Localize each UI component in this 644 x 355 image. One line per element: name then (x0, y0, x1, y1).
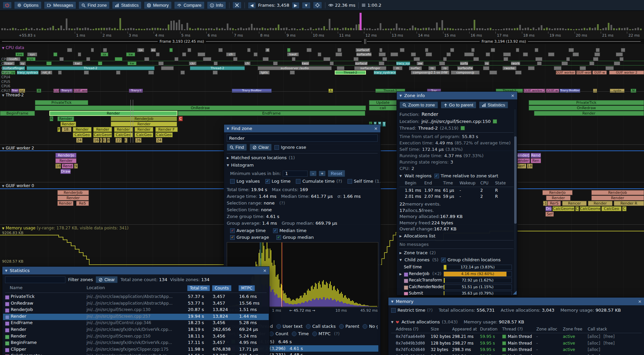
zone-kwoi[interactable]: kwoi (302, 61, 309, 65)
statistics-titlebar[interactable]: ▼ Statistics × (2, 267, 269, 274)
zone[interactable] (535, 57, 542, 61)
zone[interactable] (323, 57, 330, 61)
zone[interactable] (148, 71, 154, 75)
zone-cfr[interactable]: cfr (244, 61, 251, 65)
zone-guif[interactable]: GUIF (53, 89, 59, 93)
zone[interactable] (535, 48, 539, 52)
time-relative-checkbox[interactable]: ✓ (434, 174, 439, 178)
zone[interactable] (390, 52, 398, 56)
zone[interactable] (471, 48, 475, 52)
zone[interactable] (450, 48, 454, 52)
zone-surfacefw[interactable]: surfacefw (457, 66, 473, 70)
zone-privatetick[interactable]: PrivateTick (529, 100, 644, 105)
collapse-icon[interactable]: ▼ (399, 94, 402, 97)
zone-onredraw[interactable]: OnRedraw (35, 105, 366, 110)
zone-calcgeome[interactable]: CalcGeome (552, 206, 574, 211)
frame-overview-strip[interactable] (0, 11, 644, 31)
ignore-case-checkbox[interactable] (274, 145, 279, 150)
median-time-checkbox[interactable]: ✓ (273, 228, 278, 233)
zone[interactable] (115, 57, 122, 61)
zone[interactable] (566, 57, 570, 61)
self-time-checkbox[interactable] (347, 179, 352, 184)
zone-m[interactable]: M (631, 89, 636, 93)
zone[interactable] (411, 52, 416, 56)
memory-column-thread-[interactable]: Thread (?) (502, 327, 523, 331)
call-stack-link[interactable]: [alloc] (588, 341, 600, 346)
zone[interactable] (379, 52, 386, 56)
zone-ren[interactable]: Ren (531, 158, 541, 163)
restrict-time-checkbox[interactable] (391, 308, 396, 313)
memory-column-size[interactable]: Size (431, 327, 439, 331)
resize-grip[interactable] (513, 291, 517, 295)
column-header-location[interactable]: Location (87, 285, 105, 290)
memory-row[interactable]: 0x7dfc42d64032 bytes298.3 ms59.95 sMain … (388, 347, 644, 353)
zone-c[interactable]: C (622, 206, 627, 211)
group-by-parent[interactable] (339, 324, 344, 329)
zone-rworke[interactable]: rworke (502, 66, 517, 70)
zone[interactable] (596, 48, 600, 52)
zone[interactable] (516, 48, 519, 52)
zone[interactable] (218, 48, 223, 52)
zone-kw[interactable]: kw (127, 61, 137, 65)
zone[interactable] (214, 61, 218, 65)
zone-endframe[interactable]: EndFrame (178, 111, 365, 116)
zone[interactable] (144, 57, 149, 61)
zone-syl[interactable]: syl (19, 89, 25, 93)
zone-9[interactable]: 9 (74, 164, 78, 169)
statistics-row[interactable]: Renderjni/../jni/src/claw/gfx/drv/vk/Dri… (3, 327, 269, 333)
zone-guif-w[interactable]: GUIF-w (546, 89, 559, 93)
toolbar-button-memory[interactable]: Memory (144, 1, 172, 9)
zone-renderjob[interactable]: RenderJob (591, 190, 644, 195)
zone[interactable] (247, 48, 251, 52)
zone[interactable] (203, 57, 211, 61)
statistics-row[interactable]: BeginFramejni/../jni/src/claw/gfx/drv/vk… (3, 340, 269, 346)
zone[interactable] (614, 61, 620, 65)
group-median-checkbox[interactable]: ✓ (276, 235, 281, 240)
frame-region[interactable]: Frame 3,193 (22.45 ms) (0, 39, 364, 44)
zone-audioserver-audio[interactable]: audioserver /audio (258, 66, 332, 70)
wait-column-wakeup[interactable]: Wakeup (460, 181, 476, 185)
wait-column-cpu[interactable]: CPU (480, 181, 488, 185)
zone-renderjo[interactable]: RenderJo (55, 153, 76, 158)
zone[interactable] (182, 52, 186, 56)
zone-calcgeo[interactable]: CalcGeo (155, 132, 173, 137)
zone-kwi[interactable]: kwi (73, 61, 83, 65)
zone[interactable] (330, 61, 334, 65)
zone-c[interactable]: C (124, 138, 128, 143)
statistics-row[interactable]: OnRedrawjni/../jni/src/claw/application/… (3, 301, 269, 307)
jump-to-end-button[interactable]: ▼ (302, 2, 311, 9)
zoom-to-zone-button[interactable]: Zoom to zone (399, 101, 438, 108)
call-stack-link[interactable]: [free] (603, 341, 614, 346)
zone[interactable] (537, 61, 541, 65)
zone-render[interactable]: Render (546, 195, 571, 201)
zone-thread-2[interactable]: Thread-2 (26, 66, 155, 70)
zone-c[interactable]: C (103, 138, 106, 143)
zone-thread-2[interactable]: Thread-2 (335, 71, 366, 75)
zone-re5[interactable]: Re5 (76, 201, 89, 206)
zone-kve[interactable]: kve (15, 52, 24, 56)
allocations-list-tree[interactable]: ▶Allocations list (399, 233, 435, 238)
increment-button[interactable]: + (319, 171, 326, 176)
close-icon[interactable]: × (374, 126, 378, 131)
zone[interactable] (233, 57, 237, 61)
zone-ro[interactable]: ro (441, 66, 449, 70)
wait-column-state[interactable]: State (495, 181, 506, 185)
zone[interactable] (446, 52, 451, 56)
zone[interactable] (379, 48, 383, 52)
zone-draw[interactable]: Draw (60, 169, 71, 174)
memory-column-address-[interactable]: Address (?) (396, 327, 418, 331)
zone-rencer[interactable]: Rencer (562, 201, 587, 206)
zone-ro[interactable]: ro (484, 61, 489, 65)
zone-call[interactable]: call (369, 105, 397, 110)
power-button[interactable] (3, 2, 12, 9)
zone[interactable] (523, 52, 528, 56)
zone[interactable] (483, 66, 489, 70)
zone[interactable] (273, 61, 277, 65)
zone[interactable] (84, 71, 89, 75)
column-header-total-tim[interactable]: Total tim (187, 285, 210, 291)
group-by-no-grouping[interactable] (363, 324, 367, 329)
zone-rend[interactable]: Rend (62, 164, 73, 169)
zone[interactable] (379, 61, 384, 65)
clear-filter-button[interactable]: Clear (96, 276, 118, 283)
child-zone-row[interactable]: RecalcTransform72.92 µs (1.62%) (399, 278, 512, 283)
